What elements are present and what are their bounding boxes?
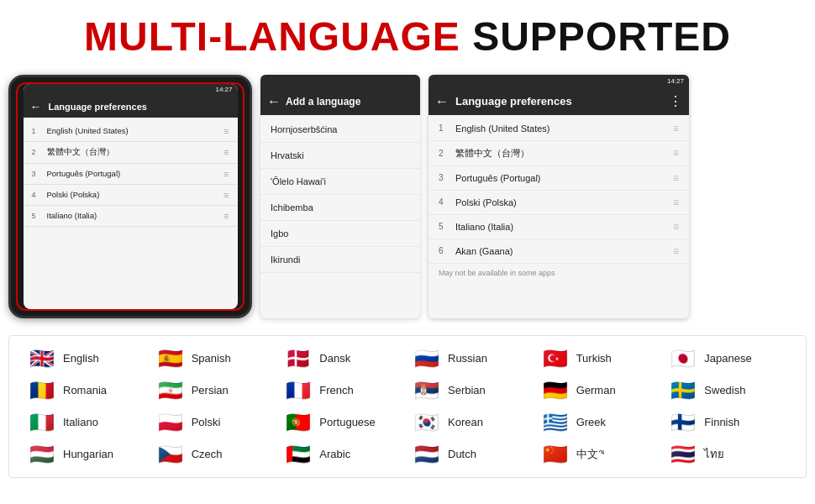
language-cell: 🇷🇺 Russian: [408, 346, 536, 371]
lang-label-thailand: ไทย: [704, 445, 724, 463]
tablet-device: 14:27 ← Language preferences 1English (U…: [8, 75, 252, 318]
language-cell: 🇮🇹 Italiano: [23, 410, 151, 435]
lang-label-czech: Czech: [192, 448, 223, 460]
language-cell: 🇭🇺 Hungarian: [23, 442, 151, 467]
flag-uae: 🇦🇪: [282, 444, 314, 465]
phone-pref-more-icon[interactable]: ⋮: [669, 93, 682, 109]
flag-japan: 🇯🇵: [667, 348, 699, 370]
lang-label-greece: Greek: [576, 416, 606, 428]
tablet-back-icon[interactable]: ←: [30, 100, 42, 113]
language-cell: 🇫🇷 French: [279, 378, 408, 403]
phone-screens: ← Add a language HornjoserbšćinaHrvatski…: [260, 75, 689, 328]
phone-add-lang-item[interactable]: Ichibemba: [260, 195, 420, 221]
language-cell: 🇵🇹 Portuguese: [279, 410, 408, 435]
language-cell: 🇬🇧 English: [23, 346, 151, 371]
phone-pref-status-bar: 14:27: [429, 75, 689, 88]
flag-serbia: 🇷🇸: [411, 380, 443, 402]
language-cell: 🇹🇷 Turkish: [536, 346, 665, 371]
flag-poland: 🇵🇱: [155, 412, 187, 433]
language-cell: 🇵🇱 Polski: [151, 410, 280, 435]
language-cell: 🇮🇷 Persian: [151, 378, 280, 403]
flag-spain: 🇪🇸: [155, 348, 187, 370]
phone-pref-title: Language preferences: [455, 95, 662, 108]
lang-label-netherlands: Dutch: [448, 448, 476, 460]
lang-label-hungary: Hungarian: [63, 448, 113, 460]
phone-pref-back-icon[interactable]: ←: [435, 94, 449, 109]
phone-pref-status-time: 14:27: [667, 77, 684, 85]
lang-label-france: French: [319, 384, 353, 396]
phone-add-language: ← Add a language HornjoserbšćinaHrvatski…: [260, 75, 420, 318]
tablet-lang-item: 2繁體中文（台灣）≡: [24, 142, 238, 164]
lang-label-portugal: Portuguese: [319, 416, 376, 428]
language-cell: 🇷🇴 Romania: [23, 378, 151, 403]
tablet-status-bar: 14:27: [24, 84, 238, 96]
flag-turkey: 🇹🇷: [539, 348, 571, 370]
tablet-lang-item: 3Português (Portugal)≡: [24, 164, 238, 185]
phone-add-lang-item[interactable]: Hornjoserbšćina: [260, 117, 420, 143]
phone-add-lang-list: HornjoserbšćinaHrvatski'Ōlelo Hawai'iIch…: [260, 115, 420, 275]
flag-germany: 🇩🇪: [539, 380, 571, 402]
lang-label-korea: Korean: [448, 416, 483, 428]
flag-czech: 🇨🇿: [155, 444, 187, 465]
tablet-lang-item: 4Polski (Polska)≡: [24, 185, 238, 206]
phone-add-title: Add a language: [286, 96, 360, 108]
lang-label-russia: Russian: [448, 352, 487, 365]
main-content: 14:27 ← Language preferences 1English (U…: [0, 68, 815, 328]
tablet-app-title: Language preferences: [49, 102, 147, 112]
flag-france: 🇫🇷: [282, 380, 314, 402]
phone-add-lang-item[interactable]: Ikirundi: [260, 247, 420, 273]
language-cell: 🇩🇪 German: [536, 378, 665, 403]
language-cell: 🇨🇳 中文ལ: [536, 442, 665, 467]
flag-sweden: 🇸🇪: [667, 380, 699, 402]
flag-hungary: 🇭🇺: [26, 444, 58, 465]
phone-add-status-bar: [260, 75, 420, 88]
phone-add-lang-item[interactable]: 'Ōlelo Hawai'i: [260, 169, 420, 195]
language-cell: 🇨🇿 Czech: [151, 442, 280, 467]
page-header: MULTI-LANGUAGE SUPPORTED: [0, 0, 815, 68]
flag-thailand: 🇹🇭: [667, 444, 699, 465]
language-cell: 🇬🇷 Greek: [536, 410, 665, 435]
language-cell: 🇯🇵 Japanese: [664, 346, 792, 371]
lang-label-finland: Finnish: [704, 416, 739, 428]
phone-add-back-icon[interactable]: ←: [267, 94, 281, 109]
flag-russia: 🇷🇺: [411, 348, 443, 370]
language-cell: 🇰🇷 Korean: [408, 410, 536, 435]
lang-label-china: 中文ལ: [576, 447, 604, 462]
language-cell: 🇩🇰 Dansk: [279, 346, 408, 371]
language-cell: 🇫🇮 Finnish: [664, 410, 792, 435]
language-cell: 🇸🇪 Swedish: [664, 378, 792, 403]
lang-label-uk: English: [63, 352, 99, 365]
phone-add-lang-item[interactable]: Hrvatski: [260, 143, 420, 169]
language-cell: 🇪🇸 Spanish: [151, 346, 280, 371]
tablet-app-header: ← Language preferences: [24, 96, 238, 118]
header-red: MULTI-LANGUAGE: [84, 14, 460, 59]
flag-china: 🇨🇳: [539, 444, 571, 465]
phone-pref-note: May not be available in some apps: [429, 265, 689, 281]
language-grid-section: 🇬🇧 English 🇪🇸 Spanish 🇩🇰 Dansk 🇷🇺 Russia…: [8, 335, 807, 478]
language-cell: 🇳🇱 Dutch: [408, 442, 536, 467]
language-cell: 🇷🇸 Serbian: [408, 378, 536, 403]
language-grid: 🇬🇧 English 🇪🇸 Spanish 🇩🇰 Dansk 🇷🇺 Russia…: [23, 346, 792, 467]
phone-add-header: ← Add a language: [260, 88, 420, 115]
lang-label-turkey: Turkish: [576, 352, 612, 365]
lang-label-denmark: Dansk: [319, 352, 350, 365]
flag-finland: 🇫🇮: [667, 412, 699, 433]
lang-label-poland: Polski: [192, 416, 221, 428]
tablet-status-icons: 14:27: [215, 86, 232, 93]
phone-pref-lang-item: 2繁體中文（台灣）≡: [429, 141, 689, 166]
lang-label-germany: German: [576, 384, 616, 396]
tablet-lang-item: 5Italiano (Italia)≡: [24, 206, 238, 227]
lang-label-spain: Spanish: [192, 352, 231, 365]
flag-korea: 🇰🇷: [411, 412, 443, 433]
lang-label-sweden: Swedish: [704, 384, 745, 396]
tablet-lang-list: 1English (United States)≡2繁體中文（台灣）≡3Port…: [24, 118, 238, 230]
phone-pref-lang-item: 3Português (Portugal)≡: [429, 166, 689, 191]
phone-add-lang-item[interactable]: Igbo: [260, 221, 420, 247]
flag-iran: 🇮🇷: [155, 380, 187, 402]
phone-pref-lang-list: 1English (United States)≡2繁體中文（台灣）≡3Port…: [429, 115, 689, 265]
tablet-lang-item: 1English (United States)≡: [24, 121, 238, 142]
flag-uk: 🇬🇧: [26, 348, 58, 370]
phone-pref-lang-item: 4Polski (Polska)≡: [429, 191, 689, 215]
lang-label-iran: Persian: [192, 384, 229, 396]
flag-portugal: 🇵🇹: [282, 412, 314, 433]
